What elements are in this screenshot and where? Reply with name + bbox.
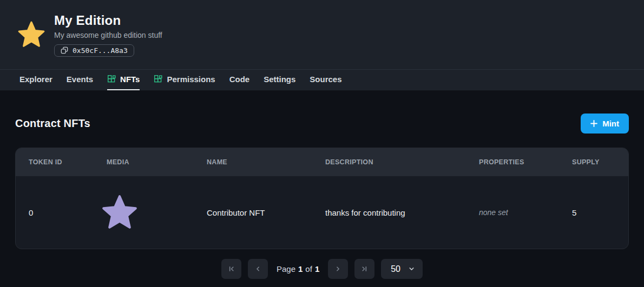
column-header-description: Description — [312, 158, 466, 166]
nfts-panel: Contract NFTs Mint Token ID Media Name D… — [0, 114, 644, 279]
contract-tab-bar: Explorer Events NFTs — [0, 69, 644, 91]
page-label: Page — [277, 264, 295, 273]
cell-properties: none set — [466, 208, 559, 217]
table-header-row: Token ID Media Name Description Properti… — [16, 148, 628, 176]
cell-description: thanks for contributing — [312, 208, 466, 217]
column-header-name: Name — [194, 158, 312, 166]
column-header-supply: Supply — [559, 158, 628, 166]
plus-icon — [590, 120, 597, 127]
purple-star-image — [101, 194, 138, 231]
tab-label: Code — [229, 75, 250, 84]
tab-explorer[interactable]: Explorer — [19, 70, 52, 90]
nft-table: Token ID Media Name Description Properti… — [15, 148, 629, 249]
total-pages: 1 — [315, 264, 319, 273]
column-header-properties: Properties — [466, 158, 559, 166]
copy-icon — [61, 46, 68, 54]
tab-nfts[interactable]: NFTs — [107, 70, 140, 90]
page-size-value: 50 — [391, 264, 400, 274]
previous-page-button[interactable] — [248, 259, 268, 279]
first-page-icon — [227, 265, 235, 273]
tab-events[interactable]: Events — [67, 70, 93, 90]
column-header-media: Media — [94, 158, 194, 166]
section-heading: Contract NFTs — [15, 117, 90, 130]
mint-button[interactable]: Mint — [581, 114, 629, 134]
last-page-icon — [360, 265, 369, 273]
column-header-token-id: Token ID — [16, 158, 94, 166]
first-page-button[interactable] — [221, 259, 241, 279]
cell-name: Contributor NFT — [194, 208, 312, 217]
gold-star-icon — [17, 21, 45, 49]
pagination: Page 1 of 1 50 — [15, 259, 629, 279]
tab-permissions[interactable]: Permissions — [154, 70, 215, 90]
cell-supply: 5 — [559, 208, 628, 217]
chevron-right-icon — [334, 265, 342, 273]
contract-subtitle: My awesome github edition stuff — [54, 31, 162, 39]
tab-label: Permissions — [167, 75, 215, 84]
mint-button-label: Mint — [602, 119, 619, 128]
cell-media — [94, 194, 194, 231]
contract-header: My Edition My awesome github edition stu… — [0, 0, 644, 69]
page-size-select[interactable]: 50 — [381, 259, 423, 279]
tab-label: Settings — [264, 75, 295, 84]
tab-settings[interactable]: Settings — [264, 70, 295, 90]
chevron-down-icon — [408, 265, 415, 272]
contract-address-badge[interactable]: 0x50cF...A8a3 — [54, 44, 134, 57]
contract-title: My Edition — [54, 13, 162, 28]
next-page-button[interactable] — [328, 259, 348, 279]
last-page-button[interactable] — [354, 259, 374, 279]
tab-label: Sources — [310, 75, 341, 84]
page-indicator: Page 1 of 1 — [277, 264, 319, 273]
current-page: 1 — [298, 264, 303, 273]
tab-label: Explorer — [19, 75, 52, 84]
contract-address: 0x50cF...A8a3 — [73, 46, 128, 55]
tab-label: Events — [67, 75, 93, 84]
extension-icon — [107, 75, 116, 84]
extension-icon — [154, 75, 163, 84]
tab-label: NFTs — [120, 75, 140, 84]
table-row[interactable]: 0 Contributor NFT thanks for contributin… — [16, 176, 628, 249]
contract-logo — [17, 21, 45, 49]
chevron-left-icon — [254, 265, 262, 273]
of-label: of — [305, 264, 312, 273]
tab-code[interactable]: Code — [229, 70, 250, 90]
cell-token-id: 0 — [16, 208, 94, 217]
tab-sources[interactable]: Sources — [310, 70, 341, 90]
